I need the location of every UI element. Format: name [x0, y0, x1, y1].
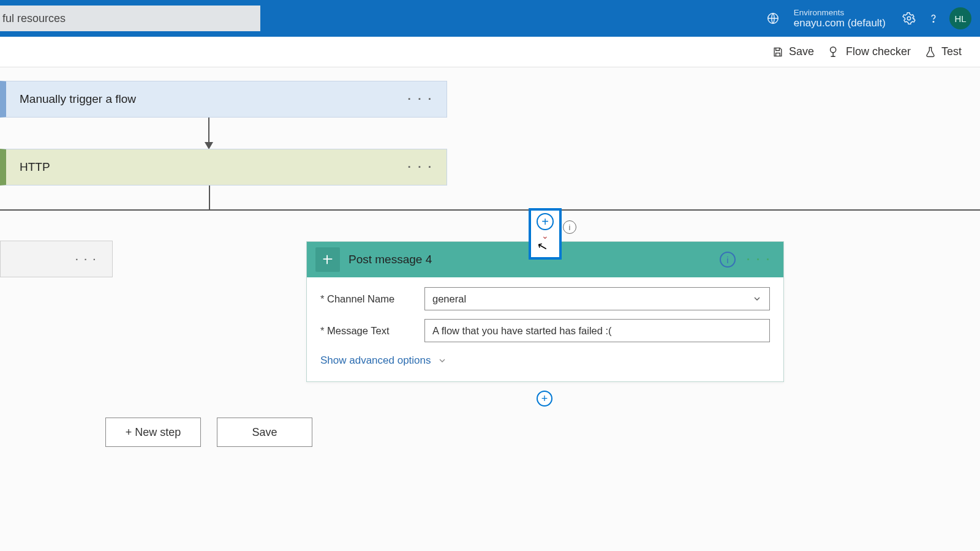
card-info-icon[interactable]: i [720, 252, 736, 268]
message-text-label: Message Text [320, 325, 424, 337]
channel-name-value: general [432, 293, 466, 305]
connector-line [209, 186, 210, 210]
svg-point-3 [831, 47, 836, 52]
save-button[interactable]: Save [772, 45, 814, 58]
flow-canvas[interactable]: Manually trigger a flow · · · HTTP · · ·… [0, 67, 980, 551]
message-text-value: A flow that you have started has failed … [432, 325, 612, 337]
trigger-more-icon[interactable]: · · · [408, 92, 433, 106]
search-input[interactable] [2, 12, 254, 25]
channel-name-select[interactable]: general [424, 287, 770, 310]
environment-picker[interactable]: Environments enayu.com (default) [761, 6, 886, 31]
http-card[interactable]: HTTP · · · [0, 149, 447, 186]
channel-name-label: Channel Name [320, 293, 424, 305]
avatar[interactable]: HL [949, 7, 971, 29]
test-label: Test [941, 45, 962, 58]
settings-icon[interactable] [897, 6, 921, 31]
save-label: Save [789, 45, 814, 58]
help-icon[interactable] [921, 6, 946, 31]
new-step-button[interactable]: + New step [105, 418, 201, 447]
branch-left-more-icon[interactable]: · · · [75, 254, 97, 264]
connector-arrow [208, 118, 209, 148]
chevron-down-icon [437, 356, 447, 365]
message-text-input[interactable]: A flow that you have started has failed … [424, 319, 770, 342]
test-button[interactable]: Test [924, 45, 962, 58]
plus-icon: + [537, 213, 554, 230]
search-box[interactable] [0, 6, 260, 31]
slack-icon [315, 247, 340, 272]
card-more-icon[interactable]: · · · [747, 253, 771, 266]
top-bar: Environments enayu.com (default) HL [0, 0, 980, 37]
flow-checker-button[interactable]: Flow checker [827, 45, 911, 59]
branch-line [0, 209, 980, 211]
command-bar: Save Flow checker Test [0, 37, 980, 67]
svg-point-1 [907, 17, 911, 20]
environment-label: Environments [794, 8, 886, 17]
add-step-below-button[interactable]: + [537, 391, 552, 407]
insert-step-button[interactable]: + ⌄ ↖ [529, 208, 562, 260]
trigger-card[interactable]: Manually trigger a flow · · · [0, 81, 447, 118]
svg-point-2 [933, 21, 933, 22]
flow-checker-label: Flow checker [846, 45, 911, 58]
chevron-down-icon [752, 294, 762, 304]
show-advanced-toggle[interactable]: Show advanced options [320, 351, 770, 375]
info-icon[interactable]: i [563, 220, 576, 234]
globe-icon [761, 6, 785, 31]
post-message-card: Post message 4 i · · · Channel Name gene… [306, 241, 784, 382]
http-title: HTTP [20, 160, 408, 174]
environment-value: enayu.com (default) [794, 17, 886, 29]
http-more-icon[interactable]: · · · [408, 160, 433, 174]
show-advanced-label: Show advanced options [320, 354, 431, 367]
branch-left-card[interactable]: · · · [0, 241, 113, 277]
trigger-title: Manually trigger a flow [20, 92, 408, 106]
save-flow-button[interactable]: Save [217, 418, 312, 447]
